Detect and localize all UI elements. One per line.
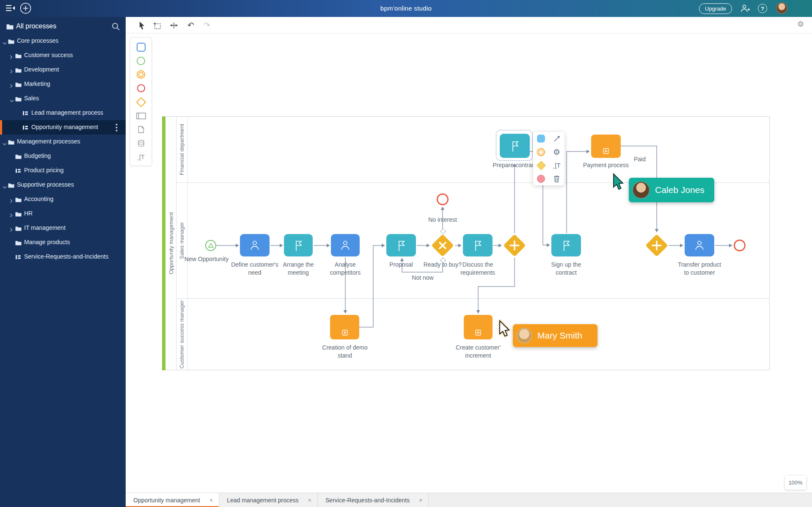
palette-text-label-icon[interactable]: ¸[T [130, 150, 151, 164]
node-discuss[interactable] [463, 234, 493, 256]
context-delete-icon[interactable] [549, 172, 564, 186]
folder-icon [15, 197, 22, 204]
tab-service-requests-and-incidents[interactable]: Service-Requests-and-Incidents× [318, 493, 429, 507]
context-task-icon[interactable] [533, 132, 549, 146]
folder-icon [8, 39, 14, 45]
sidebar-item-label: Lead management process [31, 109, 103, 116]
sidebar-item-hr[interactable]: HR [0, 207, 126, 221]
toolbar-pointer-button[interactable] [136, 20, 147, 31]
context-gateway-icon[interactable] [533, 159, 549, 172]
gateway-parallel-symbol [503, 234, 526, 257]
sidebar-item-budgeting[interactable]: Budgeting [0, 149, 126, 163]
chevron-right-icon[interactable] [10, 68, 13, 75]
tab-close-icon[interactable]: × [308, 497, 311, 504]
tab-close-icon[interactable]: × [419, 497, 422, 504]
node-end[interactable] [734, 240, 746, 251]
context-end-event-icon[interactable] [533, 172, 549, 186]
palette-end-event-icon[interactable] [130, 82, 151, 95]
chevron-right-icon[interactable] [10, 83, 13, 89]
sidebar-item-label: Management processes [17, 138, 80, 145]
user-avatar[interactable] [776, 3, 787, 14]
toolbar-redo-button[interactable]: ↷ [201, 20, 212, 31]
sidebar-item-label: Budgeting [24, 152, 51, 159]
sidebar-item-label: Supportive processes [17, 181, 74, 188]
gateway-exclusive-symbol [431, 234, 454, 257]
sidebar-item-product-pricing[interactable]: Product pricing [0, 163, 126, 178]
chevron-right-icon[interactable] [10, 54, 13, 61]
sidebar-item-lead-management-process[interactable]: Lead management process [0, 106, 126, 120]
node-gw1[interactable] [503, 234, 526, 257]
top-bar: bpm'online studio Upgrade ? [0, 0, 812, 17]
node-ready[interactable] [431, 234, 454, 257]
element-palette: ¸[T [130, 37, 152, 166]
canvas-toolbar: ↶↷ [126, 17, 812, 33]
toolbar-undo-button[interactable]: ↶ [185, 20, 196, 31]
palette-document-icon[interactable] [130, 123, 151, 136]
node-arrange[interactable] [284, 234, 313, 256]
invite-user-icon[interactable] [740, 4, 750, 13]
tab-label: Service-Requests-and-Incidents [325, 497, 410, 504]
context-intermediate-event-icon[interactable] [533, 146, 549, 159]
sidebar-item-label: Manage products [24, 239, 70, 245]
node-transfer[interactable] [685, 234, 714, 256]
node-prepare[interactable] [500, 134, 530, 158]
node-proposal[interactable] [386, 234, 416, 256]
gear-icon[interactable]: ⚙ [797, 19, 804, 29]
tab-label: Lead management process [227, 497, 299, 504]
sidebar-item-accounting[interactable]: Accounting [0, 192, 126, 207]
sidebar-item-management-processes[interactable]: Management processes [0, 135, 126, 149]
folder-icon [15, 211, 22, 218]
sidebar-item-development[interactable]: Development [0, 63, 126, 77]
palette-task-icon[interactable] [130, 40, 151, 54]
chevron-down-icon[interactable] [10, 97, 14, 104]
node-nointerest[interactable] [437, 193, 449, 205]
palette-intermediate-event-icon[interactable] [130, 68, 151, 81]
node-demo[interactable] [330, 315, 359, 339]
node-signup[interactable] [551, 234, 581, 256]
chevron-down-icon[interactable] [3, 39, 7, 46]
toolbar-pan-button[interactable] [168, 20, 179, 31]
sidebar-item-marketing[interactable]: Marketing [0, 77, 126, 91]
chevron-down-icon[interactable] [3, 183, 7, 190]
sidebar-item-supportive-processes[interactable]: Supportive processes [0, 178, 126, 192]
sidebar-item-it-management[interactable]: IT management [0, 221, 126, 235]
node-create[interactable] [464, 315, 493, 339]
palette-gateway-icon[interactable] [130, 95, 151, 109]
folder-icon [15, 67, 22, 74]
sidebar-item-sales[interactable]: Sales [0, 91, 126, 106]
chevron-right-icon[interactable] [10, 198, 13, 204]
help-icon[interactable]: ? [758, 4, 767, 13]
sidebar-item-label: Opportunity management [31, 124, 98, 130]
context-settings-icon[interactable]: ⚙ [549, 146, 564, 159]
toolbar-marquee-button[interactable] [151, 20, 162, 31]
sidebar-item-core-processes[interactable]: Core processes [0, 34, 126, 48]
sidebar-item-label: Sales [24, 95, 39, 102]
tab-opportunity-management[interactable]: Opportunity management× [126, 493, 219, 507]
upgrade-button[interactable]: Upgrade [699, 3, 732, 14]
sidebar-item-manage-products[interactable]: Manage products [0, 235, 126, 250]
node-gw2[interactable] [645, 234, 669, 257]
search-icon[interactable] [111, 22, 121, 31]
palette-data-store-icon[interactable] [130, 137, 151, 150]
tab-close-icon[interactable]: × [209, 497, 213, 504]
context-connector-line-icon[interactable] [549, 132, 564, 146]
subprocess-expand-icon [603, 148, 609, 156]
chevron-right-icon[interactable] [10, 212, 13, 219]
chevron-right-icon[interactable] [10, 226, 13, 233]
tab-lead-management-process[interactable]: Lead management process× [219, 493, 318, 507]
sidebar-item-label: HR [24, 210, 33, 217]
sidebar-item-customer-success[interactable]: Customer success [0, 48, 126, 63]
palette-pool-icon[interactable] [130, 109, 151, 123]
sidebar-item-service-requests-and-incidents[interactable]: Service-Requests-and-Incidents [0, 250, 126, 264]
context-text-label-icon[interactable]: ¸[T [549, 159, 564, 172]
node-start[interactable] [205, 240, 216, 251]
node-payment[interactable] [591, 135, 621, 158]
diagram-canvas[interactable] [126, 33, 812, 493]
node-define[interactable] [240, 234, 270, 256]
node-analyse[interactable] [331, 234, 360, 256]
selected-indicator [0, 120, 2, 135]
palette-start-event-icon[interactable] [130, 54, 151, 68]
more-options-icon[interactable] [116, 124, 121, 131]
chevron-down-icon[interactable] [3, 140, 7, 147]
sidebar-item-opportunity-management[interactable]: Opportunity management [0, 120, 126, 135]
